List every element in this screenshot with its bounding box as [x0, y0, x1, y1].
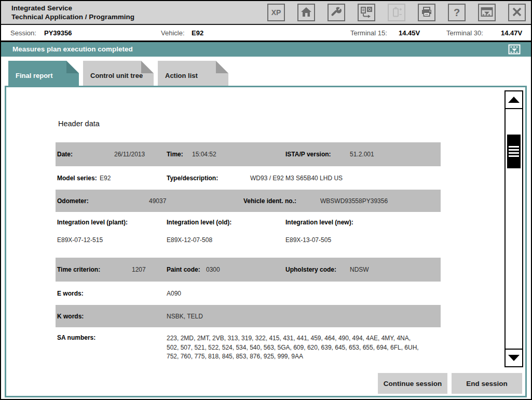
istap-version-value: 51.2.001: [350, 151, 374, 158]
session-label: Session:: [10, 26, 36, 41]
scroll-up-button[interactable]: [506, 91, 522, 109]
date-label: Date:: [57, 151, 73, 158]
status-message: Measures plan execution completed: [12, 42, 133, 57]
session-value: PY39356: [44, 26, 72, 41]
sa-numbers-label: SA numbers:: [57, 334, 96, 341]
header-data-table: Date: 26/11/2013 Time: 15:04:52 ISTA/P v…: [56, 142, 441, 365]
xp-icon: XP: [271, 8, 281, 17]
app-title-line2: Technical Application / Programming: [11, 12, 134, 21]
type-description-label: Type/description:: [167, 175, 218, 182]
k-words-label: K words:: [57, 313, 84, 320]
upholstery-code-label: Upholstery code:: [285, 266, 336, 273]
time-value: 15:04:52: [192, 151, 216, 158]
tab-bar: Final report Control unit tree Action li…: [8, 61, 228, 86]
minimize-panel-button[interactable]: [478, 4, 496, 21]
vertical-scrollbar: [504, 90, 523, 367]
terminal15-label: Terminal 15:: [350, 26, 387, 41]
integration-level-plant-label: Integration level (plant):: [57, 219, 128, 226]
table-row-model-type: Model series: E92 Type/description: WD93…: [56, 166, 441, 190]
vehicle-value: E92: [192, 26, 203, 41]
end-session-button[interactable]: End session: [452, 373, 522, 394]
sa-numbers-value: 223, 2MD, 2MT, 2VB, 313, 319, 322, 415, …: [167, 334, 436, 362]
e-words-label: E words:: [57, 290, 84, 297]
app-title: Integrated Service Technical Application…: [11, 4, 134, 21]
control-unit-replace-button[interactable]: [358, 4, 375, 21]
vehicle-label: Vehicle:: [161, 26, 185, 41]
tab-control-unit-tree[interactable]: Control unit tree: [83, 61, 154, 86]
control-unit-replace-icon: [360, 6, 373, 20]
time-criterion-value: 1207: [132, 266, 146, 273]
battery-icon: [390, 6, 403, 20]
home-icon: [300, 6, 312, 20]
service-functions-button[interactable]: [328, 4, 345, 21]
table-row-codes: Time criterion: 1207 Paint code: 0300 Up…: [56, 258, 441, 282]
tab-final-report[interactable]: Final report: [8, 61, 79, 86]
ista-window: Integrated Service Technical Application…: [0, 0, 532, 400]
close-button[interactable]: [508, 4, 526, 21]
odometer-value: 49037: [149, 197, 166, 205]
odometer-label: Odometer:: [57, 197, 89, 205]
report-panel: Header data Date: 26/11/2013 Time: 15:04…: [5, 86, 527, 397]
continue-session-button[interactable]: Continue session: [378, 373, 447, 394]
collapse-window-icon: [480, 6, 494, 20]
paint-code-value: 0300: [206, 266, 220, 273]
battery-voltage-button: [388, 4, 405, 21]
grip-icon: [509, 146, 519, 157]
print-button[interactable]: [418, 4, 435, 21]
table-row-date-time-version: Date: 26/11/2013 Time: 15:04:52 ISTA/P v…: [56, 142, 441, 166]
upholstery-code-value: NDSW: [350, 266, 369, 273]
session-bar: Session: PY39356 Vehicle: E92 Terminal 1…: [1, 26, 531, 41]
integration-level-new-label: Integration level (new):: [285, 219, 353, 226]
type-description-value: WD93 / E92 M3 S65B40 LHD US: [250, 175, 343, 182]
table-row-odometer-vin: Odometer: 49037 Vehicle ident. no.: WBSW…: [56, 190, 441, 212]
arrow-down-icon: [508, 355, 520, 361]
table-row-e-words: E words: A090: [56, 282, 441, 305]
integration-level-old-label: Integration level (old):: [167, 219, 231, 226]
time-criterion-label: Time criterion:: [57, 266, 100, 273]
status-bar: Measures plan execution completed: [1, 42, 531, 57]
terminal15-value: 14.45V: [399, 26, 420, 41]
vin-label: Vehicle ident. no.:: [243, 197, 296, 205]
tab-control-unit-tree-label: Control unit tree: [90, 72, 143, 79]
date-value: 26/11/2013: [114, 151, 145, 158]
xp-button[interactable]: XP: [267, 4, 285, 21]
integration-level-old-value: E89X-12-07-508: [167, 236, 212, 244]
arrow-up-icon: [508, 97, 520, 103]
tab-action-list[interactable]: Action list: [158, 61, 228, 86]
terminal30-label: Terminal 30:: [446, 26, 483, 41]
app-title-line1: Integrated Service: [11, 4, 134, 12]
collapse-status-icon[interactable]: [508, 44, 521, 55]
e-words-value: A090: [167, 290, 181, 297]
scrollbar-thumb[interactable]: [507, 135, 521, 168]
title-bar: Integrated Service Technical Application…: [1, 1, 531, 25]
paint-code-label: Paint code:: [167, 266, 200, 273]
close-icon: [511, 6, 523, 20]
printer-icon: [420, 6, 433, 20]
report-title: Header data: [58, 119, 100, 128]
wrench-icon: [330, 6, 343, 20]
vin-value: WBSWD93558PY39356: [320, 197, 388, 205]
integration-level-new-value: E89X-13-07-505: [285, 236, 331, 244]
toolbar: XP ?: [267, 4, 526, 21]
istap-version-label: ISTA/P version:: [285, 151, 331, 158]
table-row-integration-levels: Integration level (plant): Integration l…: [56, 212, 441, 258]
model-series-value: E92: [100, 175, 111, 182]
k-words-value: NSBK, TELD: [167, 313, 203, 320]
table-row-k-words: K words: NSBK, TELD: [56, 305, 441, 327]
integration-level-plant-value: E89X-07-12-515: [57, 236, 103, 244]
help-icon: ?: [454, 7, 460, 19]
table-row-sa-numbers: SA numbers: 223, 2MD, 2MT, 2VB, 313, 319…: [56, 327, 441, 365]
model-series-label: Model series:: [57, 175, 97, 182]
tab-action-list-label: Action list: [165, 72, 198, 79]
terminal30-value: 14.47V: [501, 26, 522, 41]
time-label: Time:: [167, 151, 183, 158]
scroll-down-button[interactable]: [506, 349, 522, 366]
help-button[interactable]: ?: [448, 4, 466, 21]
home-button[interactable]: [297, 4, 315, 21]
tab-final-report-label: Final report: [16, 72, 53, 79]
